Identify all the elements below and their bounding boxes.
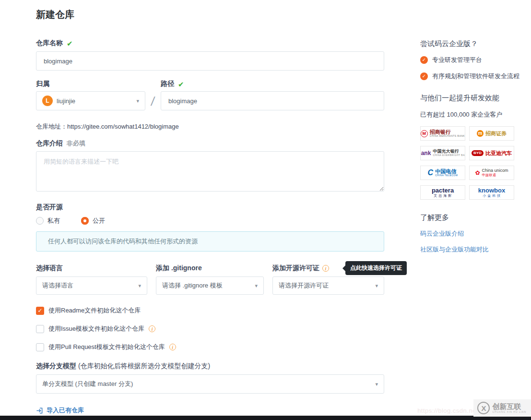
watermark-badge: X 创新互联 CHUANG XIN HU LIAN <box>473 399 531 417</box>
info-icon[interactable]: i <box>169 344 176 350</box>
owner-select[interactable]: L liujinjie ▾ <box>36 91 145 110</box>
description-label-row: 仓库介绍 非必填 <box>36 139 384 148</box>
owner-select-value: liujinjie <box>57 97 75 105</box>
logo-text: 招商证券 <box>485 131 507 136</box>
optional-tag: 非必填 <box>67 139 85 148</box>
cms-logo-icon: m <box>477 130 484 137</box>
circle-check-icon: ✓ <box>420 56 428 64</box>
watermark-title: 创新互联 <box>492 403 526 411</box>
license-select[interactable]: 请选择开源许可证 ▾ <box>272 276 384 295</box>
checkbox-unchecked-icon[interactable] <box>36 343 44 351</box>
repo-name-input[interactable] <box>36 51 384 71</box>
repo-url-value: https://gitee.com/sowhat1412/blogimage <box>67 123 179 130</box>
description-textarea[interactable] <box>36 151 384 192</box>
separator-column: / <box>145 80 161 110</box>
page-title: 新建仓库 <box>36 9 384 20</box>
language-column: 选择语言 请选择语言 ▾ <box>36 264 147 295</box>
pr-template-checkbox-label: 使用Pull Request模板文件初始化这个仓库 <box>48 343 165 351</box>
customer-logo-pactera: pactera 文 思 海 辉 <box>420 185 465 200</box>
chevron-down-icon: ▾ <box>255 283 258 289</box>
logo-sub: CHINA MERCHANTS BANK <box>430 135 465 138</box>
radio-unselected-icon[interactable] <box>36 217 44 225</box>
watermark-subtitle: CHUANG XIN HU LIAN <box>492 411 526 414</box>
logo-text: 招商银行 CHINA MERCHANTS BANK <box>430 129 465 138</box>
info-icon[interactable]: i <box>149 325 155 332</box>
enterprise-feature: ✓ 专业研发管理平台 <box>420 55 531 65</box>
gitignore-label: 添加 .gitignore <box>156 264 264 273</box>
customer-logo-everbright: Bank 中国光大银行 CHINA EVERBRIGHT BANK <box>420 146 465 160</box>
gitignore-select-value: 请选择 .gitignore 模板 <box>162 281 223 290</box>
logo-sub: 小 盒 科 技 <box>483 194 500 198</box>
issue-template-checkbox-row[interactable]: 使用Issue模板文件初始化这个仓库 i <box>36 324 384 333</box>
logo-text: 中国光大银行 CHINA EVERBRIGHT BANK <box>433 149 465 156</box>
gitignore-select[interactable]: 请选择 .gitignore 模板 ▾ <box>156 276 264 295</box>
logo-text: 中国电信 CHINA TELECOM <box>435 168 458 177</box>
repo-name-label-row: 仓库名称 ✔ <box>36 39 384 48</box>
branch-model-select-value: 单分支模型 (只创建 master 分支) <box>42 380 133 388</box>
radio-private-label: 私有 <box>47 216 60 225</box>
unicom-logo-icon: ✿ <box>475 170 480 176</box>
repo-url-label: 仓库地址： <box>36 123 67 130</box>
edition-compare-link[interactable]: 社区版与企业版功能对比 <box>420 245 531 254</box>
customer-logo-cmsecurities: m 招商证券 <box>469 126 514 141</box>
path-input[interactable] <box>161 91 384 110</box>
logo-main: China unicom <box>482 168 508 173</box>
circle-check-icon: ✓ <box>420 72 428 80</box>
valid-check-icon: ✔ <box>178 81 184 88</box>
logo-sub: CHINA EVERBRIGHT BANK <box>433 154 465 157</box>
logo-main: 招商证券 <box>485 131 507 136</box>
customer-logo-byd: BYD 比亚迪汽车 <box>469 146 514 160</box>
logo-main: knowbox <box>478 187 505 194</box>
logo-sub: CHINA TELECOM <box>435 174 458 177</box>
checkbox-checked-icon[interactable]: ✓ <box>36 307 44 315</box>
sidebar: 尝试码云企业版？ ✓ 专业研发管理平台 ✓ 有序规划和管理软件研发全流程 与他们… <box>420 39 531 254</box>
customer-logo-cmb: M 招商银行 CHINA MERCHANTS BANK <box>420 126 465 141</box>
logo-sub: 中国联通 <box>482 173 496 177</box>
repo-url-line: 仓库地址：https://gitee.com/sowhat1412/blogim… <box>36 122 384 131</box>
path-label-row: 路径 ✔ <box>161 80 384 88</box>
language-select[interactable]: 请选择语言 ▾ <box>36 276 147 295</box>
checkbox-unchecked-icon[interactable] <box>36 325 44 333</box>
path-label: 路径 <box>161 80 174 88</box>
new-repo-page: 新建仓库 仓库名称 ✔ 归属 L liujinjie ▾ / 路径 <box>0 0 531 420</box>
radio-public-label: 公开 <box>93 216 105 225</box>
logo-main: pactera <box>432 187 454 194</box>
chevron-down-icon: ▾ <box>375 381 378 387</box>
logo-text: knowbox 小 盒 科 技 <box>478 187 505 198</box>
owner-label: 归属 <box>36 80 145 88</box>
branch-model-hint: (仓库初始化后将根据所选分支模型创建分支) <box>78 362 210 370</box>
enterprise-intro-link[interactable]: 码云企业版介绍 <box>420 229 531 238</box>
logo-main: 比亚迪汽车 <box>485 150 512 156</box>
chevron-down-icon: ▾ <box>375 283 378 289</box>
path-separator: / <box>150 92 156 110</box>
import-existing-repo-link[interactable]: 导入已有仓库 <box>47 406 84 415</box>
owner-column: 归属 L liujinjie ▾ <box>36 80 145 110</box>
license-column: 添加开源许可证 i 点此快速选择许可证 请选择开源许可证 ▾ <box>272 264 384 295</box>
new-repo-form: 新建仓库 仓库名称 ✔ 归属 L liujinjie ▾ / 路径 <box>36 9 384 420</box>
logo-text: China unicom 中国联通 <box>482 168 508 177</box>
radio-public[interactable]: 公开 <box>81 216 105 225</box>
language-label: 选择语言 <box>36 264 147 273</box>
customer-logo-chinatelecom: C 中国电信 CHINA TELECOM <box>420 166 465 180</box>
readme-checkbox-label: 使用Readme文件初始化这个仓库 <box>48 306 141 315</box>
open-source-label: 是否开源 <box>36 203 384 212</box>
radio-selected-icon[interactable] <box>81 217 89 225</box>
customer-logo-grid: M 招商银行 CHINA MERCHANTS BANK m 招商证券 Bank … <box>420 126 531 200</box>
readme-checkbox-row[interactable]: ✓ 使用Readme文件初始化这个仓库 <box>36 306 384 315</box>
description-label: 仓库介绍 <box>36 139 63 148</box>
license-select-value: 请选择开源许可证 <box>279 281 329 290</box>
info-icon[interactable]: i <box>322 265 329 272</box>
telecom-logo-icon: C <box>428 169 434 177</box>
license-tooltip: 点此快速选择许可证 <box>345 261 407 275</box>
branch-model-select[interactable]: 单分支模型 (只创建 master 分支) ▾ <box>36 374 384 394</box>
language-select-value: 请选择语言 <box>42 281 73 290</box>
selects-row: 选择语言 请选择语言 ▾ 添加 .gitignore 请选择 .gitignor… <box>36 264 384 295</box>
branch-model-label: 选择分支模型 <box>36 362 76 370</box>
customer-logo-chinaunicom: ✿ China unicom 中国联通 <box>469 166 514 180</box>
cmb-logo-icon: M <box>421 130 428 137</box>
radio-private[interactable]: 私有 <box>36 216 60 225</box>
pr-template-checkbox-row[interactable]: 使用Pull Request模板文件初始化这个仓库 i <box>36 343 384 351</box>
repo-name-label: 仓库名称 <box>36 39 63 48</box>
logo-text: 比亚迪汽车 <box>485 150 512 156</box>
license-label-row: 添加开源许可证 i 点此快速选择许可证 <box>272 264 384 273</box>
